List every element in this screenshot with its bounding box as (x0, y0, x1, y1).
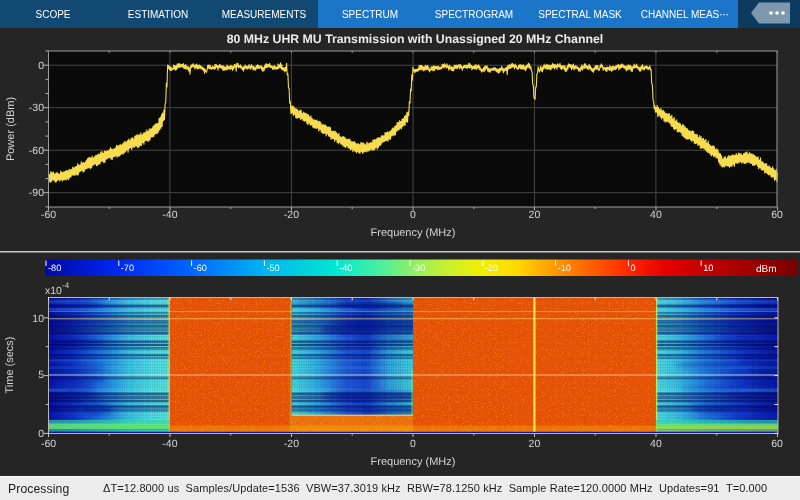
svg-text:-80: -80 (48, 263, 61, 273)
svg-text:0: 0 (410, 209, 416, 221)
svg-text:-40: -40 (339, 263, 352, 273)
svg-text:20: 20 (529, 438, 541, 450)
svg-text:Time (secs): Time (secs) (4, 336, 16, 393)
svg-text:-20: -20 (284, 209, 299, 221)
svg-text:-4: -4 (62, 281, 70, 290)
svg-text:Frequency (MHz): Frequency (MHz) (371, 227, 456, 239)
svg-text:5: 5 (38, 369, 44, 381)
svg-text:-30: -30 (29, 102, 44, 114)
svg-text:0: 0 (410, 438, 416, 450)
svg-text:-10: -10 (558, 263, 571, 273)
svg-text:10: 10 (32, 313, 44, 325)
svg-text:Frequency (MHz): Frequency (MHz) (371, 456, 456, 468)
svg-text:-50: -50 (266, 263, 279, 273)
svg-text:-60: -60 (194, 263, 207, 273)
svg-text:-30: -30 (412, 263, 425, 273)
svg-text:-60: -60 (29, 145, 44, 157)
svg-text:-60: -60 (41, 209, 56, 221)
svg-text:-40: -40 (162, 209, 177, 221)
svg-text:60: 60 (771, 209, 783, 221)
svg-text:x10: x10 (45, 285, 62, 297)
svg-text:-60: -60 (41, 438, 56, 450)
svg-text:dBm: dBm (756, 264, 777, 275)
svg-text:20: 20 (529, 209, 541, 221)
svg-text:80 MHz UHR MU Transmission wit: 80 MHz UHR MU Transmission with Unassign… (227, 32, 603, 46)
svg-text:40: 40 (650, 438, 662, 450)
svg-text:0: 0 (38, 60, 44, 72)
svg-text:-40: -40 (162, 438, 177, 450)
svg-text:-20: -20 (284, 438, 299, 450)
svg-text:-70: -70 (121, 263, 134, 273)
svg-text:40: 40 (650, 209, 662, 221)
svg-text:Power (dBm): Power (dBm) (5, 97, 17, 161)
svg-text:10: 10 (703, 263, 713, 273)
svg-text:0: 0 (630, 263, 635, 273)
svg-text:60: 60 (771, 438, 783, 450)
svg-text:-20: -20 (485, 263, 498, 273)
svg-text:-90: -90 (29, 187, 44, 199)
